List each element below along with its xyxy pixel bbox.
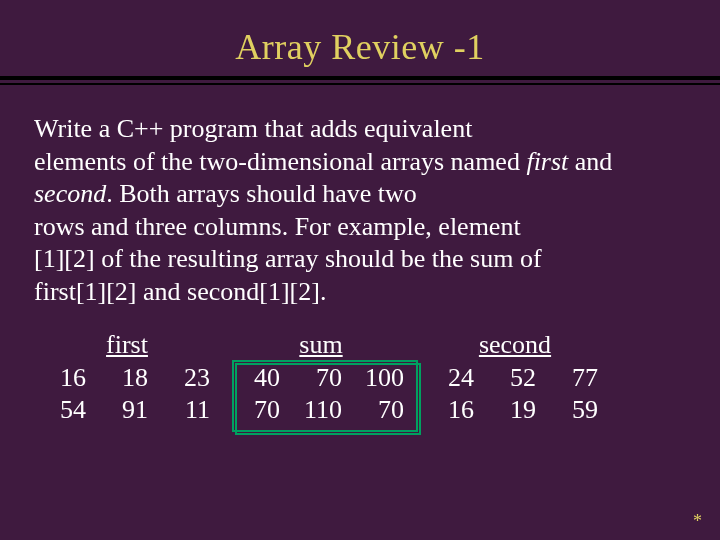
table-second: second 24 52 77 16 19 59	[422, 330, 608, 426]
cell: 18	[96, 362, 158, 394]
cell: 54	[34, 394, 96, 426]
slide: Array Review -1 Write a C++ program that…	[0, 0, 720, 540]
slide-title: Array Review -1	[0, 0, 720, 68]
table-first-grid: 16 18 23 54 91 11	[34, 362, 220, 426]
italic-first: first	[526, 147, 568, 176]
body-line3: rows and three columns. For example, ele…	[34, 212, 521, 241]
body-line1: Write a C++ program that adds equivalent	[34, 114, 472, 143]
table-sum: sum 40 70 100 70 110 70	[228, 330, 414, 426]
table-row: 24 52 77	[422, 362, 608, 394]
cell: 24	[422, 362, 484, 394]
body-line2a: elements of the two-dimensional arrays n…	[34, 147, 526, 176]
table-sum-header: sum	[228, 330, 414, 360]
cell: 11	[158, 394, 220, 426]
cell: 91	[96, 394, 158, 426]
cell: 59	[546, 394, 608, 426]
tables-row: first 16 18 23 54 91 11 sum	[34, 330, 686, 426]
cell: 16	[422, 394, 484, 426]
tables-wrap: first 16 18 23 54 91 11 sum	[0, 330, 720, 426]
table-row: 40 70 100	[228, 362, 414, 394]
table-second-grid: 24 52 77 16 19 59	[422, 362, 608, 426]
cell: 70	[352, 394, 414, 426]
cell: 19	[484, 394, 546, 426]
table-sum-grid: 40 70 100 70 110 70	[228, 362, 414, 426]
cell: 100	[352, 362, 414, 394]
cell: 77	[546, 362, 608, 394]
cell: 23	[158, 362, 220, 394]
table-row: 54 91 11	[34, 394, 220, 426]
cell: 110	[290, 394, 352, 426]
body-line2e: . Both arrays should have two	[106, 179, 417, 208]
table-first-header: first	[34, 330, 220, 360]
table-row: 70 110 70	[228, 394, 414, 426]
body-line5: first[1][2] and second[1][2].	[34, 277, 326, 306]
table-row: 16 19 59	[422, 394, 608, 426]
cell: 70	[228, 394, 290, 426]
cell: 40	[228, 362, 290, 394]
title-divider	[0, 76, 720, 85]
table-second-header: second	[422, 330, 608, 360]
body-line4: [1][2] of the resulting array should be …	[34, 244, 542, 273]
cell: 70	[290, 362, 352, 394]
body-line2c: and	[568, 147, 612, 176]
table-row: 16 18 23	[34, 362, 220, 394]
body-text: Write a C++ program that adds equivalent…	[0, 85, 720, 308]
cell: 16	[34, 362, 96, 394]
footer-star: *	[693, 511, 702, 532]
table-first: first 16 18 23 54 91 11	[34, 330, 220, 426]
cell: 52	[484, 362, 546, 394]
italic-second: second	[34, 179, 106, 208]
